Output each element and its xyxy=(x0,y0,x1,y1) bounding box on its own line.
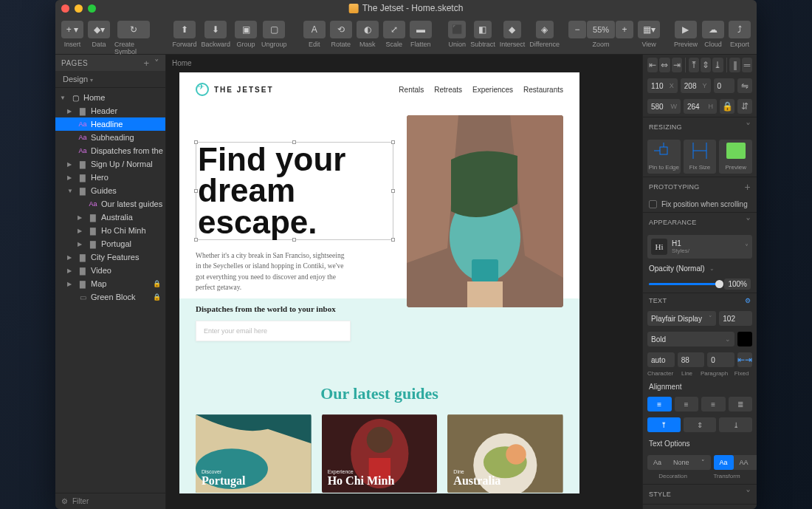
flatten-button[interactable]: ▬ xyxy=(410,21,432,38)
zoom-in-button[interactable]: + xyxy=(616,21,633,38)
layer-our-latest-guides[interactable]: AaOur latest guides xyxy=(55,197,165,211)
resize-handle[interactable] xyxy=(194,140,198,144)
minimize-window[interactable] xyxy=(75,4,83,13)
preview-button[interactable]: ▶ xyxy=(675,21,697,38)
subtract-button[interactable]: ◧ xyxy=(474,21,492,38)
y-field[interactable]: 208Y xyxy=(681,78,711,93)
text-align-justify[interactable]: ≣ xyxy=(729,397,753,411)
x-field[interactable]: 110X xyxy=(647,78,678,93)
text-align-left[interactable]: ≡ xyxy=(647,397,672,411)
zoom-value[interactable]: 55% xyxy=(587,21,615,38)
distribute-h-icon[interactable]: ‖ xyxy=(729,58,740,72)
add-page-icon[interactable]: + xyxy=(143,58,149,69)
fix-size-control[interactable]: Fix Size xyxy=(684,140,717,174)
paragraph-spacing-field[interactable]: 0 xyxy=(707,352,734,367)
appearance-section[interactable]: APPEARANCE˅ xyxy=(643,212,757,232)
align-bottom-icon[interactable]: ⤓ xyxy=(712,58,723,72)
zoom-out-button[interactable]: − xyxy=(568,21,586,38)
text-section[interactable]: TEXT⚙ xyxy=(643,293,757,308)
layer-map[interactable]: ▶▇Map🔒 xyxy=(55,277,165,290)
layer-header[interactable]: ▶▇Header xyxy=(55,104,165,117)
nav-restaurants[interactable]: Restaurants xyxy=(523,86,563,94)
difference-button[interactable]: ◈ xyxy=(536,21,554,38)
resize-handle[interactable] xyxy=(292,238,296,242)
fixed-width-icon[interactable]: ⇤⇥ xyxy=(737,352,752,367)
ungroup-button[interactable]: ▢ xyxy=(263,21,285,38)
canvas[interactable]: Home THE JETSET RentalsRetreatsExperienc… xyxy=(166,55,642,509)
cloud-button[interactable]: ☁ xyxy=(702,21,724,38)
transform-segment[interactable]: AaAAaa xyxy=(714,455,757,470)
email-input[interactable]: Enter your email here xyxy=(196,321,351,341)
align-left-icon[interactable]: ⇤ xyxy=(647,58,658,72)
w-field[interactable]: 580W xyxy=(647,99,681,114)
layer-subheading[interactable]: AaSubheading xyxy=(55,131,165,144)
layer-home[interactable]: ▼▢Home xyxy=(55,91,165,104)
decoration-segment[interactable]: AaNone˅ xyxy=(647,455,711,470)
layer-dispatches-from-the[interactable]: AaDispatches from the xyxy=(55,144,165,157)
style-section[interactable]: STYLE˅ xyxy=(643,484,757,504)
font-size-field[interactable]: 102 xyxy=(719,311,752,326)
intersect-button[interactable]: ◆ xyxy=(503,21,521,38)
scale-button[interactable]: ⤢ xyxy=(383,21,405,38)
layer-guides[interactable]: ▼▇Guides xyxy=(55,184,165,197)
distribute-v-icon[interactable]: ═ xyxy=(742,58,752,72)
valign-top[interactable]: ⤒ xyxy=(647,417,681,432)
filter-icon[interactable]: ⚙ xyxy=(61,497,68,505)
maximize-window[interactable] xyxy=(88,4,96,13)
pin-edge-control[interactable]: Pin to Edge xyxy=(647,140,681,174)
forward-button[interactable]: ⬆ xyxy=(173,21,196,38)
resize-handle[interactable] xyxy=(194,189,198,193)
view-button[interactable]: ▦▾ xyxy=(638,21,660,38)
font-family-field[interactable]: Playfair Display˅ xyxy=(647,311,716,326)
layer-green-block[interactable]: ▭Green Block🔒 xyxy=(55,290,165,304)
prototyping-section[interactable]: PROTOTYPING+ xyxy=(643,177,757,197)
insert-button[interactable]: + ▾ xyxy=(61,21,83,38)
resize-handle[interactable] xyxy=(391,140,395,144)
layer-headline[interactable]: AaHeadline xyxy=(55,117,165,131)
text-style-selector[interactable]: Hi H1Styles/ ˅ xyxy=(647,235,752,259)
filter-input[interactable]: Filter xyxy=(72,497,89,505)
valign-bottom[interactable]: ⤓ xyxy=(719,417,752,432)
rotate-button[interactable]: ⟲ xyxy=(330,21,352,38)
text-align-center[interactable]: ≡ xyxy=(675,397,699,411)
layer-ho-chi-minh[interactable]: ▶▇Ho Chi Minh xyxy=(55,224,165,237)
export-button[interactable]: ⤴ xyxy=(729,21,751,38)
resize-handle[interactable] xyxy=(391,189,395,193)
resizing-section[interactable]: RESIZING˅ xyxy=(643,117,757,137)
layer-australia[interactable]: ▶▇Australia xyxy=(55,211,165,224)
align-hcenter-icon[interactable]: ⇔ xyxy=(659,58,670,72)
artboard-home[interactable]: THE JETSET RentalsRetreatsExperiencesRes… xyxy=(179,72,579,493)
char-spacing-field[interactable]: auto xyxy=(647,352,675,367)
layer-sign-up-normal[interactable]: ▶▇Sign Up / Normal xyxy=(55,157,165,171)
group-button[interactable]: ▣ xyxy=(235,21,257,38)
resize-handle[interactable] xyxy=(391,238,395,242)
guide-card-portugal[interactable]: DiscoverPortugal xyxy=(196,414,312,493)
rotation-field[interactable]: 0 xyxy=(714,78,734,93)
nav-retreats[interactable]: Retreats xyxy=(434,86,462,94)
text-color-swatch[interactable] xyxy=(737,332,752,346)
data-button[interactable]: ◆▾ xyxy=(88,21,110,38)
backward-button[interactable]: ⬇ xyxy=(204,21,227,38)
align-right-icon[interactable]: ⇥ xyxy=(672,58,682,72)
edit-button[interactable]: A xyxy=(303,21,326,38)
align-top-icon[interactable]: ⤒ xyxy=(689,58,699,72)
page-selector[interactable]: Design ▾ xyxy=(55,71,165,88)
union-button[interactable]: ⬛ xyxy=(448,21,466,38)
fix-scroll-checkbox[interactable]: Fix position when scrolling xyxy=(643,197,757,212)
close-window[interactable] xyxy=(61,4,69,13)
flip-v-icon[interactable]: ⇵ xyxy=(737,99,752,114)
flip-h-icon[interactable]: ⇋ xyxy=(737,78,752,93)
valign-middle[interactable]: ⇕ xyxy=(684,417,717,432)
text-align-right[interactable]: ≡ xyxy=(701,397,726,411)
nav-rentals[interactable]: Rentals xyxy=(399,86,424,94)
breadcrumb[interactable]: Home xyxy=(172,59,192,67)
collapse-pages-icon[interactable]: ˅ xyxy=(154,58,160,69)
guide-card-australia[interactable]: DineAustralia xyxy=(447,414,563,493)
headline-selection[interactable]: Find your dream escape. xyxy=(196,142,393,240)
nav-experiences[interactable]: Experiences xyxy=(472,86,513,94)
h-field[interactable]: 264H xyxy=(684,99,717,114)
opacity-slider[interactable] xyxy=(649,283,720,285)
guide-card-ho-chi-minh[interactable]: ExperienceHo Chi Minh xyxy=(322,414,438,493)
font-weight-field[interactable]: Bold⌄ xyxy=(647,332,734,346)
opacity-label[interactable]: Opacity (Normal) xyxy=(649,264,705,273)
